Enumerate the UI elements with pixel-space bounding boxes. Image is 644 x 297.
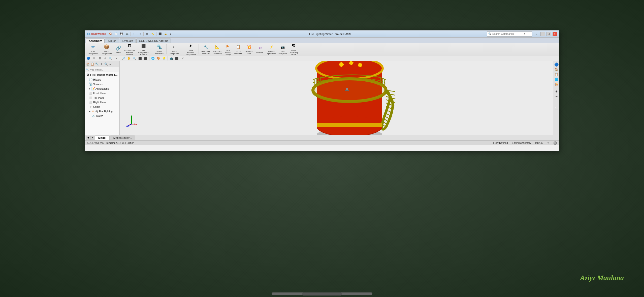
- 3dview-btn[interactable]: ⬛: [138, 56, 143, 61]
- color-btn[interactable]: 🎨: [156, 56, 161, 61]
- view-selector-btn[interactable]: 🔵: [86, 56, 91, 61]
- viewport-3d[interactable]: X Z Y: [120, 61, 554, 135]
- tree-item-history[interactable]: 🕐 History: [85, 77, 119, 82]
- tree-item-top-plane[interactable]: ⬜ Top Plane: [85, 95, 119, 100]
- linear-pattern-btn[interactable]: ⬛ Linear ComponentPattern: [136, 42, 150, 56]
- tree-expand-btn[interactable]: ▸: [109, 62, 112, 66]
- tree-sensors-label: Sensors: [93, 83, 103, 86]
- more-btn[interactable]: ▸: [169, 31, 174, 37]
- minimize-btn[interactable]: —: [540, 32, 545, 36]
- instant3d-btn[interactable]: 3D Instant3D: [255, 45, 265, 54]
- smart-fasteners-label: SmartFasteners: [155, 50, 164, 55]
- zoom-in-btn[interactable]: +: [554, 89, 559, 94]
- view-grid-btn[interactable]: ⊞: [97, 56, 102, 61]
- update-speedpak-btn[interactable]: ⚡ UpdateSpeedpak: [266, 43, 277, 55]
- units-dropdown-btn[interactable]: ▼: [547, 142, 549, 144]
- section-btn[interactable]: ⬛: [143, 56, 148, 61]
- pan-view-btn[interactable]: 🏠: [554, 67, 559, 72]
- tab-assembly[interactable]: Assembly: [86, 39, 105, 43]
- view-zoom-btn[interactable]: 🔍: [108, 56, 113, 61]
- undo-btn[interactable]: ↩: [132, 31, 137, 37]
- tab-motion-study-1[interactable]: Motion Study 1: [110, 136, 135, 140]
- pan-btn[interactable]: ✋: [126, 56, 132, 61]
- tree-annotations-label: Annotations: [95, 87, 109, 90]
- bill-of-materials-btn[interactable]: 📋 Bill ofMaterials: [233, 43, 243, 55]
- component-preview-icon: 🖼: [126, 43, 133, 49]
- tree-icon-5[interactable]: 🔍: [104, 62, 108, 66]
- tree-item-sensors[interactable]: 📡 Sensors: [85, 82, 119, 86]
- tree-root-item[interactable]: ⚙ Fire Fighting Water Tank... (Defa: [85, 72, 119, 77]
- reference-geometry-btn[interactable]: 📐 ReferenceGeometry: [212, 43, 223, 55]
- tree-icon-1[interactable]: 🏠: [86, 62, 90, 66]
- view-expand-btn2[interactable]: ⬛: [174, 56, 179, 61]
- move-component-btn[interactable]: ↔ MoveComponent: [168, 43, 180, 55]
- save-btn[interactable]: 💾: [119, 31, 124, 37]
- tab-sketch[interactable]: Sketch: [105, 39, 119, 43]
- section-view-btn[interactable]: ⬜: [554, 106, 559, 111]
- ribbon-sep-4: [199, 44, 199, 54]
- tree-item-origin[interactable]: ✛ Origin: [85, 105, 119, 109]
- tree-item-mates[interactable]: 🔗 Mates: [85, 114, 119, 118]
- mate-btn[interactable]: 🔗 Mate: [114, 45, 123, 54]
- display-btn[interactable]: 🌐: [150, 56, 155, 61]
- insert-components-label: InsertComponents: [101, 50, 112, 55]
- lock-btn[interactable]: 🔒: [163, 31, 168, 37]
- options-btn[interactable]: ⚙: [145, 31, 150, 37]
- mate-icon: 🔗: [115, 45, 121, 51]
- svg-rect-19: [345, 90, 349, 91]
- zoom-btn[interactable]: 🔍: [132, 56, 137, 61]
- light-btn[interactable]: 💡: [162, 56, 167, 61]
- view-cube-btn[interactable]: 🔵: [554, 62, 559, 67]
- edit-component-btn[interactable]: ✏ EditComponent: [87, 43, 99, 55]
- settings-btn[interactable]: ⬛: [157, 31, 163, 37]
- restore-btn[interactable]: ❐: [546, 32, 551, 36]
- main-component-icon: ⚙: [91, 110, 95, 113]
- search-bar[interactable]: 🔍 ▼: [487, 31, 532, 37]
- large-assembly-mode-btn[interactable]: 🏗 LargeAssemblyMode: [288, 42, 299, 56]
- scroll-right-btn[interactable]: ▶: [90, 136, 94, 140]
- view-close-btn[interactable]: ✕: [180, 56, 185, 61]
- component-preview-btn[interactable]: 🖼 ComponentPreviewWindow: [123, 42, 136, 56]
- open-btn[interactable]: 📄: [113, 31, 118, 37]
- view-expand-btn[interactable]: ▸: [114, 56, 119, 61]
- new-motion-study-btn[interactable]: ▶ NewMotionStudy: [223, 42, 233, 56]
- insert-components-btn[interactable]: 📦 InsertComponents: [100, 43, 113, 55]
- view-orient-btn[interactable]: ✛: [103, 56, 108, 61]
- redo-btn[interactable]: ↪: [137, 31, 142, 37]
- rotate-view-btn[interactable]: 🌐: [554, 77, 559, 82]
- rotate-btn[interactable]: 🔎: [121, 56, 126, 61]
- search-dropdown-icon[interactable]: ▼: [524, 33, 526, 35]
- exploded-view-btn[interactable]: 💥 ExplodedView: [244, 43, 254, 55]
- new-btn[interactable]: 🏠: [108, 31, 113, 37]
- tree-icon-2[interactable]: 📋: [90, 62, 94, 66]
- ribbon-content: ✏ EditComponent 📦 InsertComponents 🔗 Mat…: [85, 43, 559, 56]
- assembly-features-btn[interactable]: 🔧 AssemblyFeatures: [200, 43, 211, 55]
- display-style-btn[interactable]: 🎨: [554, 82, 559, 87]
- show-hidden-btn[interactable]: 👁 ShowHiddenComponents: [184, 42, 197, 56]
- close-btn[interactable]: ✕: [553, 32, 557, 36]
- scroll-left-btn[interactable]: ◀: [86, 136, 90, 140]
- view-list-btn[interactable]: ☰: [91, 56, 96, 61]
- show-hidden-icon: 👁: [187, 43, 194, 49]
- tree-item-annotations[interactable]: ▶ 📝 Annotations: [85, 86, 119, 91]
- toolbar-sep-v3: [168, 56, 168, 60]
- main-content: 🏠 📋 🔧 ✛ 🔍 ▸ 🔍 Type to filter... ⚙ Fire F…: [85, 61, 559, 135]
- tree-icon-3[interactable]: 🔧: [95, 62, 99, 66]
- tree-item-main-component[interactable]: ▶ ⚙ (f) Fire Fighting Water Tan...: [85, 109, 119, 114]
- take-snapshot-btn[interactable]: 📷 TakeSnapshot: [277, 43, 288, 55]
- tree-item-right-plane[interactable]: ⬜ Right Plane: [85, 100, 119, 105]
- print-btn[interactable]: 🖨️: [124, 31, 130, 37]
- zoom-out-btn[interactable]: −: [554, 94, 559, 99]
- search-input[interactable]: [492, 32, 523, 35]
- measure-btn[interactable]: 📏: [150, 31, 155, 37]
- sw-logo: DS SOLIDWORKS: [87, 33, 106, 35]
- zoom-fit-btn[interactable]: 📋: [554, 72, 559, 77]
- tree-item-front-plane[interactable]: ⬜ Front Plane: [85, 91, 119, 95]
- help-btn[interactable]: ?: [534, 31, 539, 37]
- tree-icon-4[interactable]: ✛: [100, 62, 104, 66]
- bottom-scrollbar[interactable]: [272, 292, 372, 295]
- smart-fasteners-btn[interactable]: 🔩 SmartFasteners: [154, 43, 165, 55]
- filter-btn[interactable]: ☰: [554, 101, 559, 106]
- tab-model[interactable]: Model: [95, 136, 110, 140]
- view-settings-btn[interactable]: 📺: [169, 56, 174, 61]
